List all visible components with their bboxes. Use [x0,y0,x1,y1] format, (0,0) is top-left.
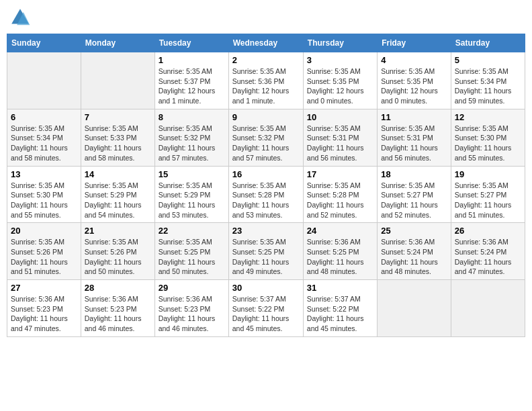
sunset-text: Sunset: 5:26 PM [11,247,77,257]
calendar-cell: 21Sunrise: 5:35 AMSunset: 5:26 PMDayligh… [81,223,154,280]
sunset-text: Sunset: 5:23 PM [159,304,225,314]
sunrise-text: Sunrise: 5:35 AM [85,124,151,134]
sunset-text: Sunset: 5:34 PM [455,77,521,87]
daylight-text: Daylight: 11 hours and 53 minutes. [232,200,300,220]
daylight-text: Daylight: 12 hours and 1 minute. [232,86,300,105]
day-number: 5 [455,55,521,65]
day-info: Sunrise: 5:36 AMSunset: 5:24 PMDaylight:… [455,237,521,277]
sunset-text: Sunset: 5:30 PM [455,133,521,143]
column-header-friday: Friday [378,34,451,52]
calendar-header-row: SundayMondayTuesdayWednesdayThursdayFrid… [7,34,525,52]
day-number: 4 [381,55,447,65]
day-info: Sunrise: 5:35 AMSunset: 5:34 PMDaylight:… [11,124,77,163]
day-info: Sunrise: 5:35 AMSunset: 5:32 PMDaylight:… [159,124,225,163]
calendar-cell: 4Sunrise: 5:35 AMSunset: 5:35 PMDaylight… [378,52,451,109]
sunrise-text: Sunrise: 5:35 AM [307,66,373,77]
sunrise-text: Sunrise: 5:35 AM [455,181,521,191]
calendar-cell [81,52,154,109]
calendar-cell: 20Sunrise: 5:35 AMSunset: 5:26 PMDayligh… [7,223,81,280]
day-number: 12 [455,112,521,122]
calendar-cell: 8Sunrise: 5:35 AMSunset: 5:32 PMDaylight… [154,109,228,166]
day-number: 9 [232,112,300,122]
calendar-cell: 23Sunrise: 5:35 AMSunset: 5:25 PMDayligh… [228,223,303,280]
sunrise-text: Sunrise: 5:35 AM [232,124,300,134]
calendar-cell: 11Sunrise: 5:35 AMSunset: 5:31 PMDayligh… [378,109,451,166]
day-number: 19 [455,169,521,179]
sunset-text: Sunset: 5:31 PM [381,133,447,143]
logo-icon [9,7,31,28]
sunset-text: Sunset: 5:25 PM [307,247,373,257]
sunrise-text: Sunrise: 5:35 AM [232,181,300,191]
sunrise-text: Sunrise: 5:35 AM [11,181,77,191]
calendar-cell: 13Sunrise: 5:35 AMSunset: 5:30 PMDayligh… [7,166,81,223]
daylight-text: Daylight: 11 hours and 52 minutes. [381,200,447,220]
calendar-week-row: 20Sunrise: 5:35 AMSunset: 5:26 PMDayligh… [7,223,525,280]
calendar-cell: 2Sunrise: 5:35 AMSunset: 5:36 PMDaylight… [228,52,303,109]
daylight-text: Daylight: 12 hours and 1 minute. [159,86,225,105]
calendar-cell: 16Sunrise: 5:35 AMSunset: 5:28 PMDayligh… [228,166,303,223]
sunrise-text: Sunrise: 5:35 AM [307,181,373,191]
sunrise-text: Sunrise: 5:35 AM [11,237,77,247]
day-info: Sunrise: 5:35 AMSunset: 5:36 PMDaylight:… [232,66,300,106]
day-info: Sunrise: 5:37 AMSunset: 5:22 PMDaylight:… [232,294,300,334]
calendar-cell [378,280,451,337]
sunset-text: Sunset: 5:24 PM [455,247,521,257]
sunrise-text: Sunrise: 5:35 AM [85,237,151,247]
sunrise-text: Sunrise: 5:37 AM [307,294,373,304]
sunrise-text: Sunrise: 5:36 AM [11,294,77,304]
daylight-text: Daylight: 12 hours and 0 minutes. [381,86,447,105]
sunset-text: Sunset: 5:37 PM [159,77,225,87]
day-info: Sunrise: 5:35 AMSunset: 5:32 PMDaylight:… [232,124,300,163]
sunset-text: Sunset: 5:25 PM [159,247,225,257]
calendar-table: SundayMondayTuesdayWednesdayThursdayFrid… [7,34,525,337]
day-info: Sunrise: 5:35 AMSunset: 5:28 PMDaylight:… [307,181,373,220]
day-number: 29 [159,283,225,293]
day-number: 10 [307,112,373,122]
day-info: Sunrise: 5:36 AMSunset: 5:23 PMDaylight:… [85,294,151,334]
day-info: Sunrise: 5:35 AMSunset: 5:29 PMDaylight:… [159,181,225,220]
day-info: Sunrise: 5:35 AMSunset: 5:27 PMDaylight:… [455,181,521,220]
daylight-text: Daylight: 11 hours and 49 minutes. [232,257,300,277]
daylight-text: Daylight: 11 hours and 55 minutes. [455,143,521,163]
page-header [7,7,525,28]
daylight-text: Daylight: 11 hours and 57 minutes. [159,143,225,163]
column-header-wednesday: Wednesday [228,34,303,52]
day-number: 26 [455,226,521,236]
calendar-week-row: 27Sunrise: 5:36 AMSunset: 5:23 PMDayligh… [7,280,525,337]
day-number: 21 [85,226,151,236]
daylight-text: Daylight: 11 hours and 53 minutes. [159,200,225,220]
sunset-text: Sunset: 5:34 PM [11,133,77,143]
calendar-cell: 7Sunrise: 5:35 AMSunset: 5:33 PMDaylight… [81,109,154,166]
day-number: 11 [381,112,447,122]
daylight-text: Daylight: 11 hours and 55 minutes. [11,200,77,220]
day-info: Sunrise: 5:35 AMSunset: 5:27 PMDaylight:… [381,181,447,220]
calendar-cell: 12Sunrise: 5:35 AMSunset: 5:30 PMDayligh… [451,109,525,166]
day-info: Sunrise: 5:35 AMSunset: 5:30 PMDaylight:… [11,181,77,220]
day-info: Sunrise: 5:35 AMSunset: 5:34 PMDaylight:… [455,66,521,106]
day-info: Sunrise: 5:35 AMSunset: 5:29 PMDaylight:… [85,181,151,220]
day-number: 31 [307,283,373,293]
daylight-text: Daylight: 11 hours and 58 minutes. [85,143,151,163]
sunset-text: Sunset: 5:26 PM [85,247,151,257]
calendar-week-row: 6Sunrise: 5:35 AMSunset: 5:34 PMDaylight… [7,109,525,166]
calendar-cell: 22Sunrise: 5:35 AMSunset: 5:25 PMDayligh… [154,223,228,280]
day-number: 16 [232,169,300,179]
daylight-text: Daylight: 11 hours and 56 minutes. [307,143,373,163]
day-info: Sunrise: 5:35 AMSunset: 5:35 PMDaylight:… [307,66,373,106]
sunset-text: Sunset: 5:35 PM [381,77,447,87]
sunrise-text: Sunrise: 5:35 AM [159,66,225,77]
sunset-text: Sunset: 5:28 PM [307,190,373,200]
day-number: 2 [232,55,300,65]
sunrise-text: Sunrise: 5:35 AM [381,181,447,191]
sunrise-text: Sunrise: 5:35 AM [455,66,521,77]
day-number: 17 [307,169,373,179]
calendar-cell: 15Sunrise: 5:35 AMSunset: 5:29 PMDayligh… [154,166,228,223]
daylight-text: Daylight: 11 hours and 45 minutes. [307,314,373,333]
day-info: Sunrise: 5:35 AMSunset: 5:31 PMDaylight:… [381,124,447,163]
calendar-cell: 19Sunrise: 5:35 AMSunset: 5:27 PMDayligh… [451,166,525,223]
calendar-cell: 24Sunrise: 5:36 AMSunset: 5:25 PMDayligh… [303,223,377,280]
sunrise-text: Sunrise: 5:35 AM [307,124,373,134]
sunset-text: Sunset: 5:32 PM [159,133,225,143]
sunrise-text: Sunrise: 5:35 AM [11,124,77,134]
day-number: 1 [159,55,225,65]
